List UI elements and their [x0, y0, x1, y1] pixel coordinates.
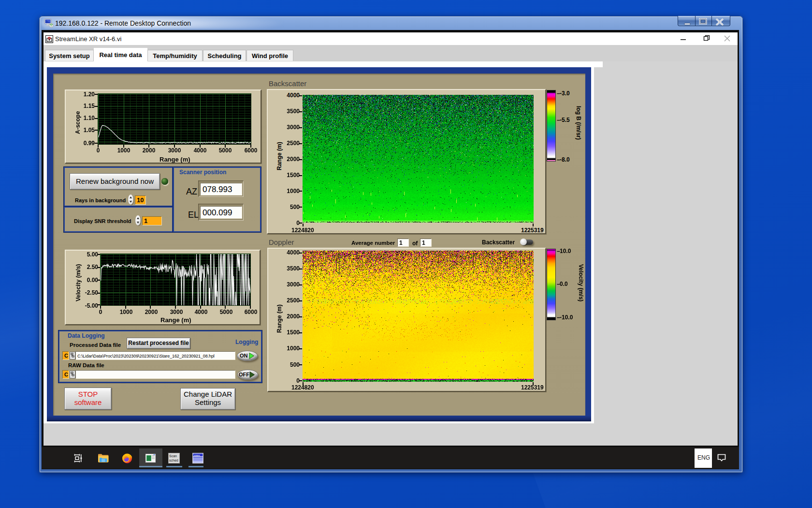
svg-text:Scan: Scan	[169, 454, 177, 458]
svg-text:sched: sched	[169, 459, 178, 462]
svg-text:WEEK: WEEK	[194, 454, 200, 457]
